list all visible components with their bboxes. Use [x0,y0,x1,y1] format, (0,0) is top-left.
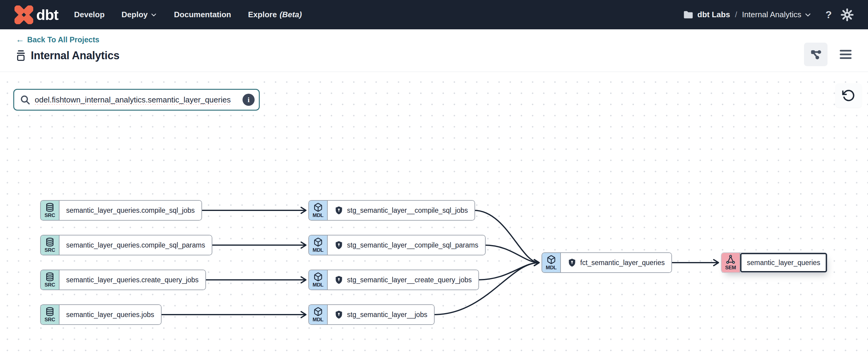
nav-documentation-label: Documentation [174,10,231,19]
graph-node-src2[interactable]: SRC semantic_layer_queries.compile_sql_p… [40,235,212,255]
nav-deploy[interactable]: Deploy [121,10,157,19]
lineage-canvas[interactable]: SRC semantic_layer_queries.compile_sql_j… [0,72,868,353]
database-icon [45,203,55,212]
settings-gear-icon [841,8,854,21]
hamburger-icon [839,49,852,60]
graph-node-src3[interactable]: SRC semantic_layer_queries.create_query_… [40,270,206,290]
node-type-label: SRC [45,317,55,323]
chevron-down-icon[interactable] [804,11,811,19]
graph-node-mdl1[interactable]: MDL stg_semantic_layer__compile_sql_jobs [308,200,475,220]
node-label: semantic_layer_queries.create_query_jobs [66,276,199,284]
graph-node-mdl3[interactable]: MDL stg_semantic_layer__create_query_job… [308,270,479,290]
project-header: ← Back To All Projects Internal Analytic… [0,29,868,72]
node-type-badge: MDL [309,305,328,324]
graph-node-src4[interactable]: SRC semantic_layer_queries.jobs [40,304,162,325]
nav-explore-label: Explore [248,10,277,19]
node-type-badge: MDL [309,270,328,290]
node-type-label: MDL [546,265,557,271]
nav-develop[interactable]: Develop [74,10,104,19]
nav-explore-beta-label: (Beta) [280,10,302,19]
node-type-label: SRC [45,212,55,218]
graph-node-fct[interactable]: MDL fct_semantic_layer_queries [541,252,672,273]
node-type-label: MDL [313,247,323,253]
shield-icon [334,275,343,285]
node-type-badge: SRC [41,270,60,290]
dbt-logo-text: dbt [36,6,58,23]
database-icon [45,237,55,247]
shield-icon [334,310,343,319]
rotate-ccw-icon [842,89,855,102]
database-icon [45,272,55,282]
node-label: semantic_layer_queries.compile_sql_param… [66,241,205,249]
cube-icon [313,272,323,282]
node-type-label: SRC [45,282,55,288]
node-type-badge: MDL [542,253,561,272]
node-type-label: MDL [313,282,323,288]
node-label: stg_semantic_layer__compile_sql_params [347,241,478,249]
folder-icon [683,10,694,20]
nav-explore[interactable]: Explore (Beta) [248,10,302,19]
dbt-cloud-app: dbt Develop Deploy Documentation Explore… [0,0,868,353]
nav-develop-label: Develop [74,10,104,19]
lineage-edge-mdl3-fct [478,263,539,280]
node-label: semantic_layer_queries.compile_sql_jobs [66,206,195,214]
cube-icon [313,237,323,247]
node-type-label: MDL [313,317,323,323]
help-button[interactable]: ? [826,9,832,21]
cube-icon [313,307,323,317]
node-label: stg_semantic_layer__compile_sql_jobs [347,206,468,214]
node-type-label: MDL [313,212,323,218]
node-label: semantic_layer_queries.jobs [66,311,154,319]
node-type-badge: SEM [721,253,740,272]
lineage-graph-icon [809,48,823,61]
account-name[interactable]: dbt Labs [698,10,730,19]
node-type-label: SRC [45,247,55,253]
dbt-logo[interactable]: dbt [14,5,58,24]
page-title: Internal Analytics [31,49,119,62]
node-type-badge: SRC [41,235,60,255]
cube-icon [546,255,556,264]
project-icon [16,50,26,62]
search-input-value[interactable]: odel.fishtown_internal_analytics.semanti… [35,95,243,105]
shield-icon [334,206,343,215]
nav-documentation[interactable]: Documentation [174,10,231,19]
graph-node-mdl4[interactable]: MDL stg_semantic_layer__jobs [308,304,435,325]
nav-deploy-label: Deploy [121,10,148,19]
chevron-down-icon [150,11,157,18]
graph-node-sem[interactable]: SEM semantic_layer_queries [721,252,828,273]
node-type-badge: SRC [41,305,60,324]
search-icon [20,94,31,105]
back-to-projects-label: Back To All Projects [27,35,99,44]
back-to-projects-link[interactable]: ← Back To All Projects [16,35,119,45]
project-selector[interactable]: Internal Analytics [742,10,802,19]
info-icon[interactable]: i [243,94,255,106]
node-type-badge: MDL [309,235,328,255]
reset-view-button[interactable] [836,83,862,108]
arrow-left-icon: ← [16,35,24,45]
node-type-label: SEM [725,265,736,271]
hamburger-menu-button[interactable] [837,45,855,63]
node-label: semantic_layer_queries [747,259,820,267]
graph-node-mdl2[interactable]: MDL stg_semantic_layer__compile_sql_para… [308,235,486,255]
shield-icon [567,258,577,267]
settings-button[interactable] [841,8,854,21]
breadcrumb-separator: / [735,10,737,19]
top-navbar: dbt Develop Deploy Documentation Explore… [0,0,868,29]
node-type-badge: MDL [309,201,328,220]
main-menu: Develop Deploy Documentation Explore (Be… [74,10,302,19]
lineage-search-input[interactable]: odel.fishtown_internal_analytics.semanti… [13,89,260,111]
semantic-model-icon [726,255,736,264]
graph-node-src1[interactable]: SRC semantic_layer_queries.compile_sql_j… [40,200,202,220]
database-icon [45,307,55,317]
cube-icon [313,203,323,212]
dbt-logo-mark-icon [14,5,33,24]
lineage-view-button[interactable] [804,42,828,66]
lineage-edge-mdl2-fct [485,245,539,263]
node-label: fct_semantic_layer_queries [580,259,665,267]
shield-icon [334,241,343,249]
node-label: stg_semantic_layer__jobs [347,311,427,319]
node-type-badge: SRC [41,201,60,220]
node-label: stg_semantic_layer__create_query_jobs [347,276,472,284]
